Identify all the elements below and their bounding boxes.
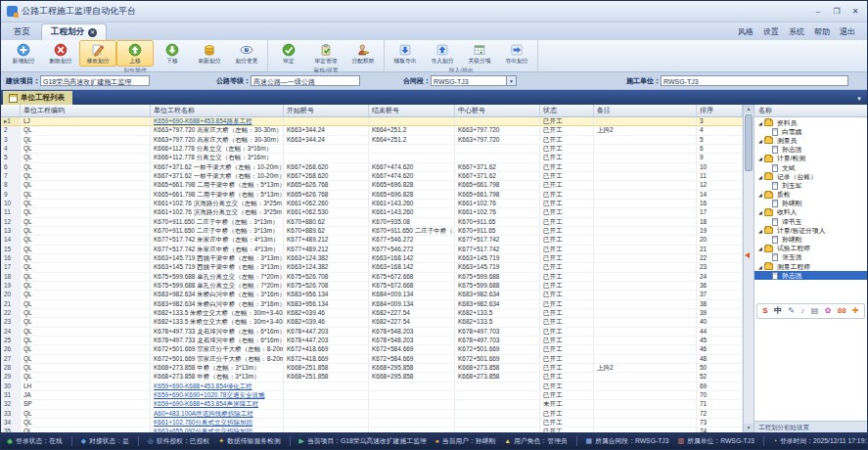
approve-manage-button[interactable]: 审定管理 [307, 40, 344, 67]
scroll-thumb[interactable] [745, 114, 753, 171]
table-row[interactable]: 34QLK661+102.760分离式立交拆除加固已开工73 [1, 419, 743, 428]
table-row[interactable]: 4QLK666+112.778 分离立交（左幅：3*16m）已开工6 [1, 145, 743, 154]
tree-person-row[interactable]: 孙继刚 [754, 200, 867, 208]
column-header-2[interactable]: 单位工程名称 [151, 105, 284, 116]
menu-exit[interactable]: 退出 [840, 26, 855, 37]
division-change-button[interactable]: 划分变更 [228, 40, 265, 67]
column-header-1[interactable]: 单位工程编码 [21, 105, 151, 116]
approve-button[interactable]: 审定 [270, 40, 307, 67]
table-row[interactable]: ▸1LJK659+690-K688+453.854路基工程已开工3 [1, 117, 743, 126]
minimize-button[interactable]: – [810, 5, 826, 18]
table-row[interactable]: 6QLK667+371.62 一标干渠大桥（左幅：10-20m）K667+268… [1, 163, 743, 172]
table-row[interactable]: 11QLK661+102.76 滨海路分离立交（右幅：3*25m）K661+06… [1, 208, 743, 217]
table-row[interactable]: 25QLK678+497.733 龙石埠河中桥（右幅：6*16m）K678+44… [1, 337, 743, 345]
column-header-3[interactable]: 开始桩号 [284, 105, 369, 116]
menu-style[interactable]: 风格 [738, 26, 754, 37]
table-row[interactable]: 27QLK672+501.669 宗家庄分干大桥（右幅：8-20m）K672+4… [1, 355, 743, 364]
tab-close-icon[interactable]: ✕ [88, 28, 97, 37]
tree-person-row[interactable]: 白雪娥 [754, 127, 867, 136]
tree-folder-row[interactable]: ◢收料人 [754, 208, 867, 217]
table-row[interactable]: 15QLK677+517.742 朱家庄中桥（右幅：4*13m）K677+489… [1, 246, 743, 254]
table-row[interactable]: 17QLK663+145.719 西姚干渠中桥（右幅：3*13m）K663+12… [1, 263, 743, 272]
project-field[interactable]: G18荣乌高速改扩建施工监理 [40, 75, 150, 86]
chinese-mode-icon[interactable]: 中 [774, 305, 782, 317]
delete-division-button[interactable]: 删除划分 [42, 40, 79, 67]
add-division-button[interactable]: 新增划分 [5, 40, 42, 67]
template-export-button[interactable]: 模板导出 [387, 40, 424, 67]
table-row[interactable]: 20QLK683+982.634 朱桥白河中桥（左幅：3*16m）K683+95… [1, 291, 743, 299]
table-row[interactable]: 29QLK668+273.858 中桥（右幅：3*13m）K668+251.85… [1, 373, 743, 382]
column-header-7[interactable]: 备注 [594, 105, 697, 116]
tree-folder-row[interactable]: ◢测量工程师 [754, 262, 867, 271]
export-division-button[interactable]: 导出划分 [498, 40, 535, 67]
table-row[interactable]: 10QLK661+102.76 滨海路分离立交（左幅：3*25m）K661+06… [1, 200, 743, 208]
table-row[interactable]: 7QLK667+371.62 一标干渠大桥（右幅：10-20m）K667+268… [1, 172, 743, 181]
link-subitems-button[interactable]: 关联分项 [461, 40, 498, 67]
road-grade-field[interactable]: 高速公路—一级公路 [251, 75, 360, 86]
sogou-logo-icon[interactable]: S [762, 305, 767, 317]
table-row[interactable]: 16QLK663+145.719 西姚干渠中桥（左幅：3*13m）K663+12… [1, 254, 743, 263]
table-row[interactable]: 33QLA60+483.100A匝道跨线桥拆除工程已开工72 [1, 410, 743, 419]
table-row[interactable]: 28QLK668+273.858 中桥（左幅：3*13m）K668+251.85… [1, 364, 743, 373]
tab-list-caret-icon[interactable]: ▼ [856, 96, 867, 105]
construction-unit-field[interactable]: RWSG-TJ3 [661, 75, 848, 86]
tree-folder-row[interactable]: ◢计量/检测 [754, 155, 867, 163]
tree-folder-row[interactable]: ◢测量员 [754, 136, 867, 145]
table-row[interactable]: 32SPK659+690-K688+453.854声屏障工程未开工71 [1, 400, 743, 409]
grid-scrollbar[interactable]: ▲ ▼ [744, 105, 754, 432]
column-header-0[interactable] [1, 105, 21, 116]
voice-icon[interactable]: ♪ [800, 305, 804, 317]
table-row[interactable]: 8QLK665+661.798 二用干渠中桥（左幅：5*13m）K665+626… [1, 181, 743, 190]
column-header-6[interactable]: 状态 [540, 105, 594, 116]
skin-icon[interactable]: ✿ [825, 305, 832, 317]
tree-person-row[interactable]: 张玉强 [754, 253, 867, 262]
table-row[interactable]: 24QLK678+497.733 龙石埠河中桥（左幅：6*16m）K678+44… [1, 328, 743, 337]
table-row[interactable]: 13QLK670+911.650 二庄子中桥（右幅：3*13m）K670+889… [1, 227, 743, 236]
menu-help[interactable]: 帮助 [814, 26, 830, 37]
scroll-down-icon[interactable]: ▼ [744, 424, 754, 432]
tree-person-row[interactable]: 刘玉军 [754, 181, 867, 190]
tree-person-row[interactable]: 孙志强 [754, 271, 867, 280]
ime-toolbar[interactable]: S中✎♪▤✿88✚ [756, 303, 865, 319]
unit-project-list-tab[interactable]: 单位工程列表 [3, 91, 72, 105]
handwriting-icon[interactable]: ✎ [788, 305, 795, 317]
tree-person-row[interactable]: 文斌 [754, 163, 867, 172]
tree-person-row[interactable]: 谭书玉 [754, 217, 867, 226]
table-row[interactable]: 19QLK675+599.688 单孔分离立交（右幅：7*20m）K675+52… [1, 282, 743, 291]
tree-person-row[interactable]: 孙继刚 [754, 235, 867, 244]
refresh-division-button[interactable]: 刷新划分 [191, 40, 228, 67]
table-row[interactable]: 9QLK665+661.798 二用干渠中桥（右幅：5*13m）K665+626… [1, 191, 743, 200]
close-button[interactable]: ✕ [847, 5, 863, 18]
table-row[interactable]: 18QLK675+599.688 单孔分离立交（左幅：7*20m）K675+52… [1, 273, 743, 282]
table-row[interactable]: 31JAK659+690-K690+1020.78交通安全设施已开工70 [1, 391, 743, 400]
restore-button[interactable]: ❐ [829, 5, 845, 18]
table-row[interactable]: 2QLK663+797.720 高家庄大桥（左幅：30-30m）K663+344… [1, 126, 743, 135]
scroll-up-icon[interactable]: ▲ [744, 105, 754, 113]
table-row[interactable]: 23QLK682+133.5 朱桥立交大桥（右幅：30m+3-40m+…K682… [1, 318, 743, 327]
tree-folder-row[interactable]: ◢质检 [754, 191, 867, 200]
table-row[interactable]: 5QLK666+112.778 分离立交（右幅：3*16m）已开工9 [1, 154, 743, 162]
edit-division-button[interactable]: 修改划分 [79, 40, 116, 67]
column-header-5[interactable]: 中心桩号 [455, 105, 540, 116]
toolbox-icon[interactable]: ✚ [852, 305, 859, 317]
menu-system[interactable]: 系统 [789, 26, 804, 37]
table-row[interactable]: 26QLK672+501.669 宗家庄分干大桥（左幅：8-20m）K672+4… [1, 345, 743, 354]
table-row[interactable]: 21QLK683+982.634 朱桥白河中桥（右幅：3*16m）K683+95… [1, 300, 743, 309]
assign-permission-button[interactable]: 分配权限 [344, 40, 382, 67]
tree-folder-row[interactable]: ◢资料员 [754, 118, 867, 127]
column-header-4[interactable]: 结束桩号 [369, 105, 455, 116]
table-row[interactable]: 3QLK663+797.720 高家庄大桥（右幅：30-30m）K663+344… [1, 136, 743, 145]
move-down-button[interactable]: 下移 [154, 40, 191, 67]
column-header-8[interactable]: 排序 [697, 105, 743, 116]
tab-project-division[interactable]: 工程划分✕ [41, 23, 107, 40]
tree-folder-row[interactable]: ◢记录（台账） [754, 172, 867, 181]
move-up-button[interactable]: 上移 [116, 40, 154, 67]
tree-folder-row[interactable]: ◢计量/验证分项人 [754, 226, 867, 235]
import-division-button[interactable]: 导入划分 [424, 40, 461, 67]
table-row[interactable]: 12QLK670+911.650 二庄子中桥（左幅：3*13m）K670+880… [1, 218, 743, 227]
tree-folder-row[interactable]: ◢试验工程师 [754, 245, 867, 253]
table-row[interactable]: 22QLK682+133.5 朱桥立交大桥（左幅：30m+3-40m+…K682… [1, 309, 743, 318]
contract-section-field[interactable]: RWSG-TJ3 [431, 75, 507, 86]
emoji-icon[interactable]: 88 [838, 305, 846, 317]
menu-settings[interactable]: 设置 [763, 26, 779, 37]
